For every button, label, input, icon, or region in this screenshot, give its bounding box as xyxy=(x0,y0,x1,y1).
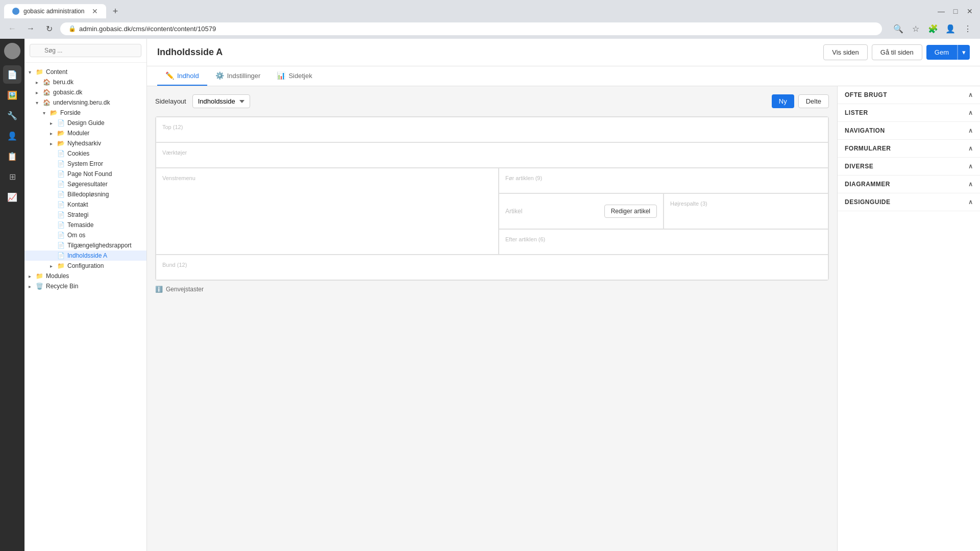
top-zone[interactable]: Top (12) xyxy=(156,117,828,142)
right-panel-header-navigation[interactable]: NAVIGATION ∧ xyxy=(838,122,980,139)
tree-item-forside[interactable]: ▾ 📂 Forside xyxy=(24,108,146,118)
tree-item-nyhedsarkiv[interactable]: ▸ 📂 Nyhedsarkiv xyxy=(24,138,146,148)
minimize-icon[interactable]: — xyxy=(935,5,947,17)
tree-item-soegeresultater[interactable]: ▸ 📄 Søgeresultater xyxy=(24,179,146,189)
tree-item-billedoplosning[interactable]: ▸ 📄 Billedopløsning xyxy=(24,189,146,199)
forward-button[interactable]: → xyxy=(23,21,38,36)
search-input[interactable] xyxy=(30,44,141,57)
efter-artiklen-zone[interactable]: Efter artiklen (6) xyxy=(499,229,828,255)
hoejrespalte-zone[interactable]: Højrespalte (3) xyxy=(664,193,828,229)
app-container: 📄 🖼️ 🔧 👤 📋 ⊞ 📈 🔍 ▾ 📁 Content xyxy=(0,39,980,551)
gem-button[interactable]: Gem xyxy=(926,45,958,60)
right-panel-formularer: FORMULARER ∧ xyxy=(838,140,980,158)
bookmark-icon[interactable]: ☆ xyxy=(909,21,923,36)
tab-sidetjek[interactable]: 📊 Sidetjek xyxy=(268,66,320,86)
vaerktoejer-zone[interactable]: Værktøjer xyxy=(156,142,828,168)
right-panel-header-ofte-brugt[interactable]: OFTE BRUGT ∧ xyxy=(838,86,980,104)
chevron-right-icon: ▸ xyxy=(50,131,57,136)
tree-item-cookies[interactable]: ▸ 📄 Cookies xyxy=(24,148,146,159)
tree-item-recycle-bin[interactable]: ▸ 🗑️ Recycle Bin xyxy=(24,281,146,291)
browser-tab[interactable]: gobasic administration ✕ xyxy=(4,4,106,18)
right-panel-header-diagrammer[interactable]: DIAGRAMMER ∧ xyxy=(838,176,980,193)
maximize-icon[interactable]: □ xyxy=(949,5,962,17)
right-panel-header-diverse[interactable]: DIVERSE ∧ xyxy=(838,158,980,175)
tree-item-indholdsside-a[interactable]: ▸ 📄 Indholdsside A xyxy=(24,251,146,261)
profile-icon[interactable]: 👤 xyxy=(943,21,958,36)
vaerktoejer-zone-label: Værktøjer xyxy=(162,149,187,156)
foer-artiklen-zone[interactable]: Før artiklen (9) xyxy=(499,168,828,193)
efter-artiklen-label: Efter artiklen (6) xyxy=(505,236,545,242)
artikel-row: Artikel Rediger artikel Højrespalte (3) xyxy=(499,193,828,229)
tab-indstillinger[interactable]: ⚙️ Indstillinger xyxy=(207,66,269,86)
url-bar[interactable]: 🔒 admin.gobasic.dk/cms/#content/content/… xyxy=(60,22,882,35)
tab-indhold[interactable]: ✏️ Indhold xyxy=(157,66,207,86)
tree-item-kontakt[interactable]: ▸ 📄 Kontakt xyxy=(24,199,146,210)
reload-button[interactable]: ↻ xyxy=(42,21,56,36)
right-panel-header-lister[interactable]: LISTER ∧ xyxy=(838,104,980,121)
tree-item-system-error[interactable]: ▸ 📄 System Error xyxy=(24,159,146,169)
hoejrespalte-label: Højrespalte (3) xyxy=(670,201,707,207)
foer-artiklen-label: Før artiklen (9) xyxy=(505,175,542,181)
page-title: Indholdsside A xyxy=(157,39,823,66)
bund-zone-label: Bund (12) xyxy=(162,262,187,268)
ga-til-siden-button[interactable]: Gå til siden xyxy=(872,44,922,60)
chevron-down-icon: ▾ xyxy=(36,100,43,106)
tree-item-undervisning[interactable]: ▾ 🏠 undervisning.beru.dk xyxy=(24,97,146,108)
tree-item-content[interactable]: ▾ 📁 Content xyxy=(24,67,146,77)
sidebar-icon-modules[interactable]: ⊞ xyxy=(3,167,21,186)
menu-icon[interactable]: ⋮ xyxy=(961,21,975,36)
main-zone: Før artiklen (9) Artikel Rediger artikel… xyxy=(499,168,828,255)
venstremenu-zone[interactable]: Venstremenu xyxy=(156,168,499,255)
delte-button[interactable]: Delte xyxy=(798,94,829,108)
sidebar-icon-content[interactable]: 📄 xyxy=(3,65,21,84)
tree-item-page-not-found[interactable]: ▸ 📄 Page Not Found xyxy=(24,169,146,179)
venstremenu-label: Venstremenu xyxy=(162,175,195,181)
genvejstaster-row: ℹ️ Genvejstaster xyxy=(155,286,829,293)
sidelayout-select[interactable]: Indholdsside xyxy=(192,94,250,108)
chevron-up-icon: ∧ xyxy=(968,198,973,206)
tabs-bar: ✏️ Indhold ⚙️ Indstillinger 📊 Sidetjek xyxy=(147,66,980,86)
sidebar-icon-forms[interactable]: 📋 xyxy=(3,147,21,165)
new-tab-button[interactable]: + xyxy=(108,4,122,18)
sidebar-icon-analytics[interactable]: 📈 xyxy=(3,188,21,206)
tree-item-tilgaengelighedsrapport[interactable]: ▸ 📄 Tilgængelighedsrapport xyxy=(24,240,146,251)
search-icon[interactable]: 🔍 xyxy=(891,21,905,36)
tab-indstillinger-label: Indstillinger xyxy=(227,72,261,80)
rediger-artikel-button[interactable]: Rediger artikel xyxy=(604,205,657,218)
ofte-brugt-label: OFTE BRUGT xyxy=(845,91,887,98)
tree-item-design-guide[interactable]: ▸ 📄 Design Guide xyxy=(24,118,146,128)
tree-item-configuration[interactable]: ▸ 📁 Configuration xyxy=(24,261,146,271)
right-panel-header-designguide[interactable]: DESIGNGUIDE ∧ xyxy=(838,193,980,211)
tree-item-temaside[interactable]: ▸ 📄 Temaside xyxy=(24,220,146,230)
tree-nav: 🔍 ▾ 📁 Content ▸ 🏠 beru.dk ▸ xyxy=(24,39,147,551)
tree-item-moduler[interactable]: ▸ 📂 Moduler xyxy=(24,128,146,138)
bund-zone[interactable]: Bund (12) xyxy=(156,255,828,280)
back-button[interactable]: ← xyxy=(5,21,19,36)
chevron-up-icon: ∧ xyxy=(968,127,973,134)
avatar[interactable] xyxy=(4,43,20,59)
artikel-zone[interactable]: Artikel Rediger artikel xyxy=(499,193,664,229)
sidebar-icon-media[interactable]: 🖼️ xyxy=(3,86,21,104)
edit-icon: ✏️ xyxy=(165,71,174,80)
sidebar-icon-users[interactable]: 👤 xyxy=(3,127,21,145)
chevron-down-icon: ▾ xyxy=(43,110,50,116)
tree-item-gobasic[interactable]: ▸ 🏠 gobasic.dk xyxy=(24,87,146,97)
sidebar-icon-settings[interactable]: 🔧 xyxy=(3,106,21,124)
tree-item-beru[interactable]: ▸ 🏠 beru.dk xyxy=(24,77,146,87)
tree-item-om-os[interactable]: ▸ 📄 Om os xyxy=(24,230,146,240)
tree-item-modules[interactable]: ▸ 📁 Modules xyxy=(24,271,146,281)
tab-close-button[interactable]: ✕ xyxy=(92,7,98,15)
gem-dropdown-button[interactable]: ▾ xyxy=(958,45,970,60)
main-content: Indholdsside A Vis siden Gå til siden Ge… xyxy=(147,39,980,551)
extensions-icon[interactable]: 🧩 xyxy=(926,21,940,36)
navigation-label: NAVIGATION xyxy=(845,127,885,134)
vis-siden-button[interactable]: Vis siden xyxy=(823,44,868,60)
settings-icon: ⚙️ xyxy=(215,71,224,80)
right-panel-header-formularer[interactable]: FORMULARER ∧ xyxy=(838,140,980,157)
designguide-label: DESIGNGUIDE xyxy=(845,198,891,206)
tree-item-strategi[interactable]: ▸ 📄 Strategi xyxy=(24,210,146,220)
tab-title: gobasic administration xyxy=(23,8,88,15)
close-window-icon[interactable]: ✕ xyxy=(964,5,976,17)
ny-button[interactable]: Ny xyxy=(772,94,794,108)
chevron-right-icon: ▸ xyxy=(29,284,36,289)
